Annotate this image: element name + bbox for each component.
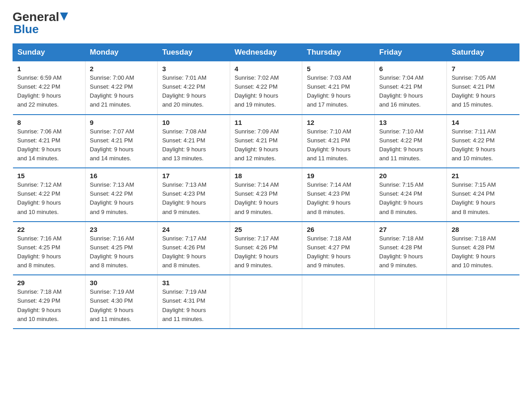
sunset-text: Sunset: 4:22 PM xyxy=(379,137,422,144)
daylight-text: Daylight: 9 hours xyxy=(17,199,61,206)
daylight-minutes-text: and 22 minutes. xyxy=(17,101,59,108)
daylight-text: Daylight: 9 hours xyxy=(162,199,206,206)
sunset-text: Sunset: 4:22 PM xyxy=(90,190,133,197)
header-wednesday: Wednesday xyxy=(230,44,302,61)
daylight-text: Daylight: 9 hours xyxy=(379,146,423,153)
daylight-text: Daylight: 9 hours xyxy=(162,146,206,153)
daylight-text: Daylight: 9 hours xyxy=(451,146,495,153)
sunrise-text: Sunrise: 7:00 AM xyxy=(90,74,134,81)
daylight-minutes-text: and 12 minutes. xyxy=(235,155,276,162)
sunrise-text: Sunrise: 7:11 AM xyxy=(451,128,496,135)
calendar-cell: 25 Sunrise: 7:17 AM Sunset: 4:26 PM Dayl… xyxy=(230,222,302,275)
daylight-minutes-text: and 10 minutes. xyxy=(451,262,493,269)
daylight-minutes-text: and 8 minutes. xyxy=(307,209,345,215)
sunset-text: Sunset: 4:27 PM xyxy=(307,244,350,251)
week-row-2: 8 Sunrise: 7:06 AM Sunset: 4:21 PM Dayli… xyxy=(13,115,519,168)
sunset-text: Sunset: 4:21 PM xyxy=(307,137,350,144)
sunrise-text: Sunrise: 7:14 AM xyxy=(307,181,351,188)
sunrise-text: Sunrise: 7:01 AM xyxy=(162,74,206,81)
day-info: Sunrise: 7:04 AM Sunset: 4:21 PM Dayligh… xyxy=(379,73,442,110)
calendar-cell xyxy=(230,275,302,329)
daylight-text: Daylight: 9 hours xyxy=(235,92,279,99)
daylight-minutes-text: and 11 minutes. xyxy=(90,316,132,322)
sunset-text: Sunset: 4:21 PM xyxy=(235,137,278,144)
day-info: Sunrise: 7:07 AM Sunset: 4:21 PM Dayligh… xyxy=(90,127,153,163)
sunset-text: Sunset: 4:22 PM xyxy=(451,137,494,144)
daylight-minutes-text: and 9 minutes. xyxy=(379,262,417,269)
daylight-text: Daylight: 9 hours xyxy=(90,253,134,260)
day-info: Sunrise: 7:18 AM Sunset: 4:28 PM Dayligh… xyxy=(451,234,515,270)
daylight-minutes-text: and 9 minutes. xyxy=(90,209,128,215)
week-row-1: 1 Sunrise: 6:59 AM Sunset: 4:22 PM Dayli… xyxy=(13,61,519,115)
week-row-5: 29 Sunrise: 7:18 AM Sunset: 4:29 PM Dayl… xyxy=(13,275,519,329)
day-info: Sunrise: 6:59 AM Sunset: 4:22 PM Dayligh… xyxy=(17,73,81,110)
day-info: Sunrise: 7:14 AM Sunset: 4:23 PM Dayligh… xyxy=(235,180,298,217)
daylight-text: Daylight: 9 hours xyxy=(451,92,495,99)
sunrise-text: Sunrise: 7:10 AM xyxy=(307,128,351,135)
daylight-minutes-text: and 15 minutes. xyxy=(451,101,493,108)
sunrise-text: Sunrise: 7:12 AM xyxy=(17,181,62,188)
daylight-minutes-text: and 8 minutes. xyxy=(451,209,489,215)
daylight-text: Daylight: 9 hours xyxy=(162,92,206,99)
sunset-text: Sunset: 4:29 PM xyxy=(17,297,60,304)
daylight-text: Daylight: 9 hours xyxy=(379,199,423,206)
calendar-cell: 7 Sunrise: 7:05 AM Sunset: 4:21 PM Dayli… xyxy=(447,61,519,115)
header-thursday: Thursday xyxy=(302,44,375,61)
day-number: 24 xyxy=(162,226,225,233)
daylight-minutes-text: and 16 minutes. xyxy=(379,101,421,108)
daylight-text: Daylight: 9 hours xyxy=(17,253,61,260)
header-saturday: Saturday xyxy=(447,44,519,61)
day-info: Sunrise: 7:16 AM Sunset: 4:25 PM Dayligh… xyxy=(17,234,81,270)
daylight-text: Daylight: 9 hours xyxy=(90,92,134,99)
day-info: Sunrise: 7:17 AM Sunset: 4:26 PM Dayligh… xyxy=(162,234,225,270)
calendar-cell: 15 Sunrise: 7:12 AM Sunset: 4:22 PM Dayl… xyxy=(13,168,86,222)
day-info: Sunrise: 7:17 AM Sunset: 4:26 PM Dayligh… xyxy=(235,234,298,270)
sunset-text: Sunset: 4:23 PM xyxy=(307,190,350,197)
sunset-text: Sunset: 4:22 PM xyxy=(17,83,60,90)
daylight-text: Daylight: 9 hours xyxy=(235,253,279,260)
sunrise-text: Sunrise: 7:13 AM xyxy=(90,181,134,188)
sunset-text: Sunset: 4:21 PM xyxy=(90,137,133,144)
daylight-minutes-text: and 9 minutes. xyxy=(307,262,345,269)
daylight-text: Daylight: 9 hours xyxy=(17,307,61,313)
daylight-minutes-text: and 21 minutes. xyxy=(90,101,132,108)
sunset-text: Sunset: 4:22 PM xyxy=(90,83,133,90)
sunset-text: Sunset: 4:24 PM xyxy=(379,190,422,197)
day-number: 30 xyxy=(90,279,153,287)
calendar-cell: 2 Sunrise: 7:00 AM Sunset: 4:22 PM Dayli… xyxy=(85,61,158,115)
daylight-minutes-text: and 9 minutes. xyxy=(162,209,200,215)
day-number: 11 xyxy=(235,119,298,126)
logo-general: General xyxy=(13,11,59,23)
daylight-text: Daylight: 9 hours xyxy=(17,146,61,153)
calendar-cell xyxy=(447,275,519,329)
daylight-minutes-text: and 20 minutes. xyxy=(162,101,204,108)
day-number: 12 xyxy=(307,119,370,126)
day-number: 28 xyxy=(451,226,515,233)
daylight-text: Daylight: 9 hours xyxy=(307,199,351,206)
day-info: Sunrise: 7:15 AM Sunset: 4:24 PM Dayligh… xyxy=(451,180,515,217)
sunrise-text: Sunrise: 6:59 AM xyxy=(17,74,62,81)
daylight-minutes-text: and 9 minutes. xyxy=(235,262,273,269)
daylight-text: Daylight: 9 hours xyxy=(162,307,206,313)
day-info: Sunrise: 7:14 AM Sunset: 4:23 PM Dayligh… xyxy=(307,180,370,217)
sunset-text: Sunset: 4:30 PM xyxy=(90,297,133,304)
daylight-minutes-text: and 11 minutes. xyxy=(379,155,421,162)
daylight-minutes-text: and 13 minutes. xyxy=(162,155,204,162)
daylight-minutes-text: and 9 minutes. xyxy=(235,209,273,215)
day-number: 22 xyxy=(17,226,81,233)
day-info: Sunrise: 7:05 AM Sunset: 4:21 PM Dayligh… xyxy=(451,73,515,110)
day-number: 6 xyxy=(379,65,442,73)
header-friday: Friday xyxy=(374,44,447,61)
daylight-minutes-text: and 11 minutes. xyxy=(162,316,204,322)
daylight-text: Daylight: 9 hours xyxy=(379,92,423,99)
sunrise-text: Sunrise: 7:16 AM xyxy=(90,235,134,242)
calendar-cell: 8 Sunrise: 7:06 AM Sunset: 4:21 PM Dayli… xyxy=(13,115,86,168)
sunrise-text: Sunrise: 7:02 AM xyxy=(235,74,279,81)
calendar-cell: 20 Sunrise: 7:15 AM Sunset: 4:24 PM Dayl… xyxy=(374,168,447,222)
day-info: Sunrise: 7:19 AM Sunset: 4:31 PM Dayligh… xyxy=(162,287,225,324)
daylight-minutes-text: and 8 minutes. xyxy=(379,209,417,215)
day-number: 10 xyxy=(162,119,225,126)
daylight-text: Daylight: 9 hours xyxy=(162,253,206,260)
day-info: Sunrise: 7:13 AM Sunset: 4:23 PM Dayligh… xyxy=(162,180,225,217)
sunrise-text: Sunrise: 7:15 AM xyxy=(379,181,424,188)
